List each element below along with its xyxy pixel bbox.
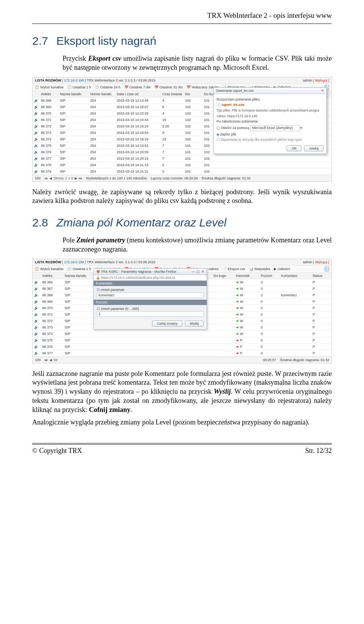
chevron-down-icon[interactable]: ▾	[300, 126, 302, 130]
direction-icon: ➜	[236, 319, 239, 323]
direction-icon: ➜	[236, 332, 239, 336]
speaker-icon: 🔊	[34, 131, 38, 135]
logout-link[interactable]: [ Wyloguj ]	[313, 260, 329, 264]
page-size[interactable]: 100	[35, 176, 41, 180]
change-comment-checkbox[interactable]	[97, 288, 101, 292]
close-icon[interactable]: ✕	[201, 270, 204, 273]
pager-prev-icon[interactable]: ◀	[49, 358, 52, 362]
col-to[interactable]: Do kogo	[212, 273, 234, 279]
col-datetime[interactable]: Data i czas od	[115, 91, 161, 97]
table-row[interactable]: 🔊 86 378SIP2542015-03-18 14:21:155102101	[33, 162, 331, 168]
last-1h-button[interactable]: 🕐 Ostatnia 1 h	[67, 267, 91, 271]
section-2-7-heading: 2.7Eksport listy nagrań	[32, 35, 332, 47]
direction-icon: ➜	[236, 287, 239, 291]
col-from[interactable]: Kto	[184, 91, 202, 97]
speaker-icon: 🔊	[34, 351, 38, 355]
pager-prev-icon[interactable]: ◀	[49, 176, 52, 180]
ss-list-label: LISTA ROZMÓW	[35, 260, 61, 264]
stats-button[interactable]: 📊 Statystyka	[249, 267, 270, 271]
maximize-icon[interactable]: ▢	[196, 270, 200, 273]
export-csv-button[interactable]: 📄 Eksport csv	[222, 267, 245, 271]
ok-button[interactable]: OK	[287, 145, 301, 151]
channels-button[interactable]: 📋 Wybór kanałów	[35, 267, 63, 271]
col-dur[interactable]: Czas trwania	[161, 91, 184, 97]
status-total: Łączny czas rozmów: 08:29:28	[151, 176, 198, 180]
col-chnum[interactable]: Numer kanału	[89, 91, 115, 97]
col-chname[interactable]: Nazwa kanału	[58, 91, 89, 97]
pager-page-input[interactable]: 1	[65, 176, 67, 180]
table-row[interactable]: 🔊 86 377SIP ➜ P 0P	[33, 350, 331, 356]
speaker-icon: 🔊	[34, 124, 38, 128]
dlg-address: Adres: https://172.16.0.199	[217, 114, 323, 119]
section-number: 2.7	[32, 35, 48, 47]
last-31d-button[interactable]: 📅 Ostatnie 31 dni	[154, 85, 183, 89]
section-number: 2.8	[32, 216, 48, 229]
table-row[interactable]: 🔊 86 374SIP ➜ W 0P	[33, 330, 331, 337]
file-icon: 📄	[217, 103, 221, 107]
refresh-icon[interactable]: ↻	[325, 267, 329, 271]
lock-icon: 🔒	[96, 276, 100, 280]
table-row[interactable]: 🔊 86 377SIP2542015-03-18 14:20:197101102	[33, 155, 331, 162]
table-row[interactable]: 🔊 86 376SIP ➜ P 0P	[33, 343, 331, 350]
logout-link[interactable]: [ Wyloguj ]	[313, 79, 329, 82]
pager-first-icon[interactable]: ⏮	[44, 358, 48, 362]
divider	[32, 444, 332, 445]
pager-next-icon[interactable]: ▶	[75, 176, 77, 180]
radio-open[interactable]	[217, 126, 221, 130]
section-2-8-para-3: Analogicznie wygląda przebieg zmiany pol…	[32, 418, 332, 427]
pager-first-icon[interactable]: ⏮	[44, 176, 48, 180]
speaker-icon: 🔊	[34, 163, 38, 167]
table-row[interactable]: 🔊 86 375SIP ➜ P 0P	[33, 337, 331, 343]
divider	[32, 443, 332, 443]
last-7d-button[interactable]: 📅 Ostatnie 7 dni	[124, 85, 151, 89]
speaker-icon: 🔊	[34, 345, 38, 349]
col-chname[interactable]: Nazwa kanału	[63, 273, 95, 279]
section-2-8-heading: 2.8Zmiana pól Komentarz oraz Level	[32, 216, 332, 229]
col-level[interactable]: Poziom	[259, 273, 279, 279]
send-button[interactable]: Wyślij	[185, 321, 204, 327]
ss-ip: [ 172.16.0.199 ]	[62, 79, 86, 82]
section-title: Zmiana pól Komentarz oraz Level	[56, 216, 227, 229]
table-row[interactable]: 🔊 86 379SIP2542015-03-18 14:21:315101102	[33, 168, 331, 174]
screenshot-edit-params: LISTA ROZMÓW [ 172.16.0.199 ] TRX WebInt…	[32, 259, 332, 363]
comment-input[interactable]: komentarz	[97, 292, 204, 298]
cancel-button[interactable]: Anuluj	[304, 145, 323, 151]
radio-save[interactable]	[217, 132, 220, 136]
last-1h-button[interactable]: 🕐 Ostatnia 1 h	[67, 85, 91, 89]
pager-last-icon[interactable]: ⏭	[79, 176, 82, 180]
ss-user: admin	[303, 79, 312, 82]
screenshot-export-csv: LISTA ROZMÓW [ 172.16.0.199 ] TRX WebInt…	[32, 77, 332, 182]
status-shown: Wyświetlanych 1 do 100 z 145 rekordów	[86, 176, 147, 180]
col-status[interactable]: Status	[311, 273, 331, 279]
direction-icon: ➜	[236, 325, 239, 329]
page-size[interactable]: 100	[35, 358, 41, 362]
level-input[interactable]: 2	[97, 311, 204, 317]
remember-checkbox[interactable]	[217, 138, 221, 141]
section-2-8-para-1: Pole Zmień parametry (menu kontekstowe) …	[63, 236, 332, 254]
direction-icon: ➜	[236, 293, 239, 297]
speaker-icon: 🔊	[34, 300, 38, 303]
dlg-started: Rozpoczęto pobieranie pliku:	[217, 97, 323, 102]
undo-button[interactable]: Cofnij zmiany	[152, 321, 182, 327]
speaker-icon: 🔊	[34, 105, 38, 109]
divider	[32, 24, 332, 24]
dlg-filetype: Typ pliku: Plik w formacie wartości oddz…	[217, 108, 323, 113]
status-total: 00:25:57	[263, 358, 276, 362]
open-with-select[interactable]: Microsoft Excel (domyślny)	[250, 125, 300, 131]
col-index[interactable]: Indeks	[39, 91, 58, 97]
speaker-icon: 🔊	[34, 287, 38, 291]
col-dir[interactable]: Kierunek	[234, 273, 259, 279]
change-level-checkbox[interactable]	[97, 307, 101, 311]
speaker-icon: 🔊	[34, 280, 38, 284]
speaker-icon: 🔊	[34, 325, 38, 329]
last-24h-button[interactable]: 🕐 Ostatnie 24 h	[95, 85, 121, 89]
col-index[interactable]: Indeks	[41, 273, 63, 279]
channels-button[interactable]: 📋 Wybór kanałów	[35, 85, 63, 89]
play-button[interactable]: ▶ Odtwórz	[274, 267, 290, 271]
direction-icon: ➜	[236, 345, 239, 349]
direction-icon: ➜	[236, 280, 239, 284]
minimize-icon[interactable]: —	[191, 270, 195, 273]
speaker-icon: 🔊	[34, 99, 38, 102]
col-comment[interactable]: Komentarz	[279, 273, 311, 279]
close-icon[interactable]: ✕	[321, 89, 324, 93]
